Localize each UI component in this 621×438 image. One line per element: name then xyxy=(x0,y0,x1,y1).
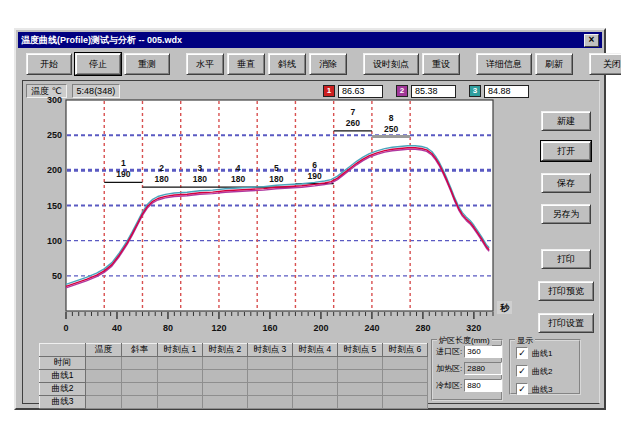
new-button[interactable]: 新建 xyxy=(541,111,591,131)
table-cell xyxy=(203,357,248,370)
table-cell xyxy=(86,357,122,370)
reset-button[interactable]: 重设 xyxy=(422,53,460,75)
start-button[interactable]: 开始 xyxy=(26,53,72,75)
titlebar: 温度曲线(Profile)测试与分析 -- 005.wdx × xyxy=(18,32,602,48)
open-button[interactable]: 打开 xyxy=(541,141,591,161)
set-timepoint-button[interactable]: 设时刻点 xyxy=(363,53,419,75)
x-axis-tick-label: 120 xyxy=(211,323,226,333)
table-cell xyxy=(203,383,248,396)
zone-number-label: 2 xyxy=(159,163,164,173)
curve3-checkbox-label: 曲线3 xyxy=(532,384,552,395)
save-as-button[interactable]: 另存为 xyxy=(541,204,591,224)
table-cell xyxy=(338,396,383,409)
table-cell xyxy=(122,396,158,409)
curve1-checkbox-label: 曲线1 xyxy=(532,348,552,359)
zone-number-label: 8 xyxy=(389,113,394,123)
heating-zone-input[interactable] xyxy=(464,362,502,375)
curve3-checkbox[interactable]: ✓ xyxy=(516,383,528,395)
table-row: 曲线3 xyxy=(40,396,428,409)
timepoint-button-group: 设时刻点 重设 xyxy=(363,53,463,75)
table-cell xyxy=(338,357,383,370)
furnace-zone-panel: 炉区长度(mm) 进口区: 加热区: 冷却区: xyxy=(431,339,503,401)
zone-number-label: 6 xyxy=(312,160,317,170)
table-cell xyxy=(383,383,428,396)
y-axis-tick-label: 300 xyxy=(47,95,62,105)
x-axis-tick-label: 240 xyxy=(364,323,379,333)
furnace-panel-title: 炉区长度(mm) xyxy=(437,335,492,346)
table-cell xyxy=(248,396,293,409)
table-cell xyxy=(248,357,293,370)
table-header: 时刻点 4 xyxy=(293,344,338,357)
vertical-line-button[interactable]: 垂直 xyxy=(227,53,265,75)
table-cell xyxy=(293,383,338,396)
zone-temp-label: 260 xyxy=(346,118,360,128)
table-cell xyxy=(86,370,122,383)
table-row-label: 曲线3 xyxy=(40,396,86,409)
table-cell xyxy=(383,396,428,409)
toolbar: 开始 停止 重测 水平 垂直 斜线 消除 设时刻点 重设 详细信息 刷新 关闭 xyxy=(26,50,596,78)
table-cell xyxy=(338,370,383,383)
save-button[interactable]: 保存 xyxy=(541,173,591,193)
display-panel-title: 显示 xyxy=(515,335,535,346)
erase-button[interactable]: 消除 xyxy=(309,53,347,75)
y-axis-tick-label: 250 xyxy=(47,130,62,140)
zone-number-label: 5 xyxy=(274,163,279,173)
entry-zone-input[interactable] xyxy=(464,345,502,358)
y-axis-tick-label: 150 xyxy=(47,201,62,211)
details-button[interactable]: 详细信息 xyxy=(476,53,532,75)
window-title: 温度曲线(Profile)测试与分析 -- 005.wdx xyxy=(21,34,584,47)
table-cell xyxy=(158,396,203,409)
x-axis-tick-label: 280 xyxy=(415,323,430,333)
table-cell xyxy=(86,383,122,396)
x-axis-tick-label: 40 xyxy=(112,323,122,333)
close-window-button[interactable]: 关闭 xyxy=(589,53,621,75)
table-header: 时刻点 1 xyxy=(158,344,203,357)
close-icon[interactable]: × xyxy=(584,34,599,47)
display-panel: 显示 ✓ 曲线1 ✓ 曲线2 ✓ 曲线3 xyxy=(509,339,581,395)
zone-number-label: 1 xyxy=(121,158,126,168)
stop-button[interactable]: 停止 xyxy=(75,53,121,75)
entry-zone-label: 进口区: xyxy=(436,346,462,357)
table-cell xyxy=(248,370,293,383)
print-button[interactable]: 打印 xyxy=(541,249,591,269)
x-axis-tick-label: 80 xyxy=(163,323,173,333)
zone-temp-label: 180 xyxy=(269,174,283,184)
print-setup-button[interactable]: 打印设置 xyxy=(538,313,594,333)
zone-number-label: 4 xyxy=(236,163,241,173)
zone-temp-label: 250 xyxy=(384,124,398,134)
horizontal-line-button[interactable]: 水平 xyxy=(186,53,224,75)
table-row: 曲线1 xyxy=(40,370,428,383)
x-axis-tick-label: 200 xyxy=(313,323,328,333)
curve2-checkbox[interactable]: ✓ xyxy=(516,365,528,377)
x-axis-tick-label: 0 xyxy=(63,323,68,333)
x-unit-label: 秒 xyxy=(499,303,510,313)
y-axis-tick-label: 50 xyxy=(52,271,62,281)
slant-line-button[interactable]: 斜线 xyxy=(268,53,306,75)
retest-button[interactable]: 重测 xyxy=(124,53,170,75)
table-cell xyxy=(293,396,338,409)
x-axis-tick-label: 160 xyxy=(262,323,277,333)
main-panel: 温度 ℃ 5:48(348) 1 86.63 2 85.38 3 84.88 5… xyxy=(22,80,600,404)
table-header: 温度 xyxy=(86,344,122,357)
table-cell xyxy=(293,370,338,383)
table-cell xyxy=(122,370,158,383)
y-axis-tick-label: 100 xyxy=(47,236,62,246)
x-axis-tick-label: 320 xyxy=(466,323,481,333)
table-row: 时间 xyxy=(40,357,428,370)
zone-temp-label: 180 xyxy=(231,174,245,184)
print-preview-button[interactable]: 打印预览 xyxy=(538,281,594,301)
zone-temp-label: 190 xyxy=(116,169,130,179)
table-row-label: 曲线2 xyxy=(40,383,86,396)
zone-temp-label: 180 xyxy=(155,174,169,184)
profile-chart: 5010015020025030004080120160200240280320… xyxy=(31,93,536,339)
zone-number-label: 7 xyxy=(350,107,355,117)
y-axis-tick-label: 200 xyxy=(47,165,62,175)
heating-zone-label: 加热区: xyxy=(436,363,462,374)
table-corner-cell xyxy=(40,344,86,357)
cooling-zone-input[interactable] xyxy=(464,379,502,392)
table-cell xyxy=(383,357,428,370)
zone-temp-label: 190 xyxy=(307,171,321,181)
refresh-button[interactable]: 刷新 xyxy=(535,53,573,75)
table-header: 时刻点 6 xyxy=(383,344,428,357)
curve1-checkbox[interactable]: ✓ xyxy=(516,347,528,359)
